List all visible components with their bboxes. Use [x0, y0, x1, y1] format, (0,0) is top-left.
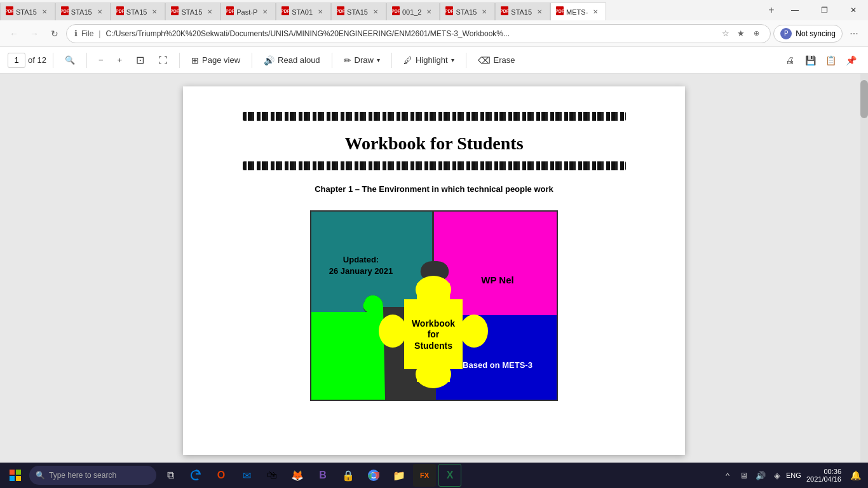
forward-button[interactable]: →: [25, 25, 43, 43]
tab-tab8[interactable]: PDF001_2✕: [386, 3, 440, 20]
taskbar-app-firefox[interactable]: 🦊: [286, 464, 309, 487]
minimize-button[interactable]: —: [780, 0, 810, 20]
search-icon: 🔍: [36, 471, 45, 480]
tab-tab9[interactable]: PDFSTA15✕: [440, 3, 495, 20]
start-button[interactable]: [4, 464, 27, 487]
page-view-label: Page view: [202, 55, 240, 65]
search-placeholder: Type here to search: [49, 471, 116, 480]
zoom-minus-button[interactable]: −: [93, 51, 109, 69]
tab-tab10[interactable]: PDFSTA15✕: [495, 3, 550, 20]
maximize-button[interactable]: ❐: [810, 0, 839, 20]
address-bar: ← → ↻ ℹ File | C:/Users/Triumph%20K%20Se…: [0, 20, 868, 47]
toolbar-divider-7: [466, 53, 466, 68]
new-tab-button[interactable]: +: [763, 1, 780, 19]
pin-button[interactable]: 📌: [841, 51, 860, 69]
svg-rect-29: [417, 363, 450, 382]
svg-text:PDF: PDF: [171, 9, 179, 13]
highlight-button[interactable]: 🖊 Highlight ▾: [398, 51, 459, 69]
tab-close-button[interactable]: ✕: [534, 7, 545, 17]
tab-close-button[interactable]: ✕: [95, 7, 105, 17]
taskbar-app-vpn[interactable]: 🔒: [337, 464, 360, 487]
taskbar-app-chrome[interactable]: [362, 464, 385, 487]
favorite-icon[interactable]: ☆: [719, 27, 732, 40]
clock-date: 2021/04/16: [806, 475, 841, 483]
refresh-button[interactable]: ↻: [46, 25, 64, 43]
taskbar-app-excel[interactable]: X: [438, 464, 461, 487]
save-button[interactable]: 💾: [801, 51, 820, 69]
tab-label: Past-P: [236, 8, 257, 16]
clipboard-button[interactable]: 📋: [821, 51, 840, 69]
scroll-thumb[interactable]: [860, 80, 868, 118]
close-button[interactable]: ✕: [839, 0, 868, 20]
tab-tab3[interactable]: PDFSTA15✕: [111, 3, 166, 20]
tab-close-button[interactable]: ✕: [39, 7, 50, 17]
read-aloud-button[interactable]: 🔊 Read aloud: [259, 51, 325, 69]
systray-network-icon[interactable]: 🖥: [736, 468, 752, 483]
systray-dropbox-icon[interactable]: ◈: [770, 468, 785, 483]
taskbar-app-fx-pro[interactable]: FX: [413, 464, 436, 487]
tab-tab2[interactable]: PDFSTA15✕: [55, 3, 111, 20]
pdf-toolbar: of 12 🔍 − + ⊡ ⛶ ⊞ Page view 🔊 Read aloud…: [0, 47, 868, 74]
draw-button[interactable]: ✏ Draw ▾: [339, 51, 385, 69]
clock[interactable]: 00:36 2021/04/16: [804, 468, 844, 483]
more-menu-button[interactable]: ···: [845, 25, 863, 43]
tab-close-button[interactable]: ✕: [205, 7, 215, 17]
pdf-tab-icon: PDF: [281, 6, 289, 17]
taskbar-app-mail[interactable]: ✉: [235, 464, 258, 487]
systray-expand-button[interactable]: ^: [720, 468, 735, 483]
full-screen-button[interactable]: ⛶: [153, 51, 173, 69]
tab-close-button[interactable]: ✕: [370, 7, 381, 17]
search-bar[interactable]: 🔍 Type here to search: [29, 466, 156, 485]
address-field[interactable]: ℹ File | C:/Users/Triumph%20K%20Sekwati/…: [66, 24, 771, 43]
taskbar-app-office[interactable]: O: [210, 464, 233, 487]
tab-label: STA15: [16, 8, 37, 16]
tab-label: STA15: [126, 8, 147, 16]
page-input[interactable]: [8, 53, 25, 68]
tab-tab11[interactable]: PDFMETS-✕: [550, 3, 606, 20]
tab-tab6[interactable]: PDFSTA01✕: [276, 3, 331, 20]
tab-close-button[interactable]: ✕: [479, 7, 489, 17]
erase-button[interactable]: ⌫ Erase: [473, 51, 520, 69]
profile-button[interactable]: P Not syncing: [773, 25, 843, 43]
taskbar-app-store[interactable]: 🛍: [261, 464, 283, 487]
systray: ^ 🖥 🔊 ◈ ENG: [720, 468, 801, 483]
page-view-button[interactable]: ⊞ Page view: [186, 51, 245, 69]
taskbar-app-bootstrap[interactable]: B: [311, 464, 334, 487]
tab-close-button[interactable]: ✕: [260, 7, 270, 17]
scroll-track[interactable]: [860, 74, 868, 463]
browser-icon[interactable]: ⊕: [750, 27, 763, 40]
tab-close-button[interactable]: ✕: [315, 7, 325, 17]
tab-close-button[interactable]: ✕: [424, 7, 434, 17]
fit-page-button[interactable]: ⊡: [131, 51, 149, 69]
notification-button[interactable]: 🔔: [846, 466, 864, 484]
svg-rect-39: [10, 476, 15, 481]
tab-tab7[interactable]: PDFSTA15✕: [331, 3, 386, 20]
tab-close-button[interactable]: ✕: [590, 7, 600, 17]
systray-volume-icon[interactable]: 🔊: [753, 468, 768, 483]
svg-text:PDF: PDF: [61, 9, 69, 13]
print-button[interactable]: 🖨: [780, 51, 799, 69]
back-button[interactable]: ←: [5, 25, 23, 43]
toolbar-divider-5: [332, 53, 332, 68]
clock-time: 00:36: [806, 468, 841, 475]
toolbar-divider-6: [391, 53, 392, 68]
tab-label: STA15: [456, 8, 477, 16]
tab-tab5[interactable]: PDFPast-P✕: [220, 3, 276, 20]
page-control: of 12: [8, 53, 46, 68]
svg-text:PDF: PDF: [337, 9, 344, 13]
svg-text:Based on METS-3: Based on METS-3: [463, 360, 532, 370]
taskbar-app-edge[interactable]: [184, 464, 207, 487]
erase-icon: ⌫: [478, 55, 491, 65]
tab-tab4[interactable]: PDFSTA15✕: [165, 3, 220, 20]
bookmark-icon[interactable]: ★: [735, 27, 747, 40]
search-icon: 🔍: [65, 55, 75, 65]
tab-tab1[interactable]: PDFSTA15✕: [0, 3, 55, 20]
svg-rect-38: [16, 470, 21, 475]
tab-close-button[interactable]: ✕: [149, 7, 159, 17]
systray-lang[interactable]: ENG: [786, 468, 801, 483]
taskbar-app-task-view[interactable]: ⧉: [159, 464, 182, 487]
taskbar-app-files[interactable]: 📁: [388, 464, 410, 487]
zoom-plus-button[interactable]: +: [112, 51, 128, 69]
svg-text:Students: Students: [414, 341, 452, 351]
search-pdf-button[interactable]: 🔍: [60, 51, 80, 69]
